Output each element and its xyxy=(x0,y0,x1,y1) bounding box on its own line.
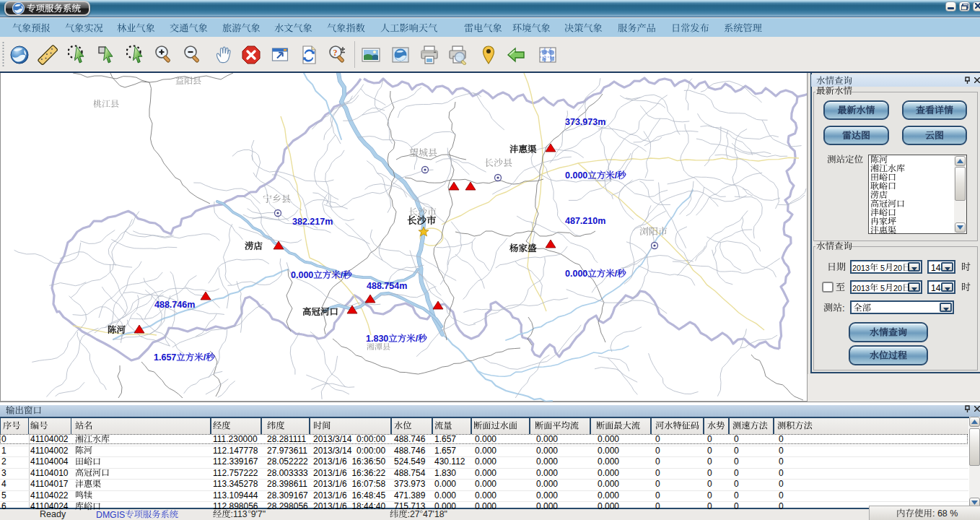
svg-text:?: ? xyxy=(333,48,338,58)
